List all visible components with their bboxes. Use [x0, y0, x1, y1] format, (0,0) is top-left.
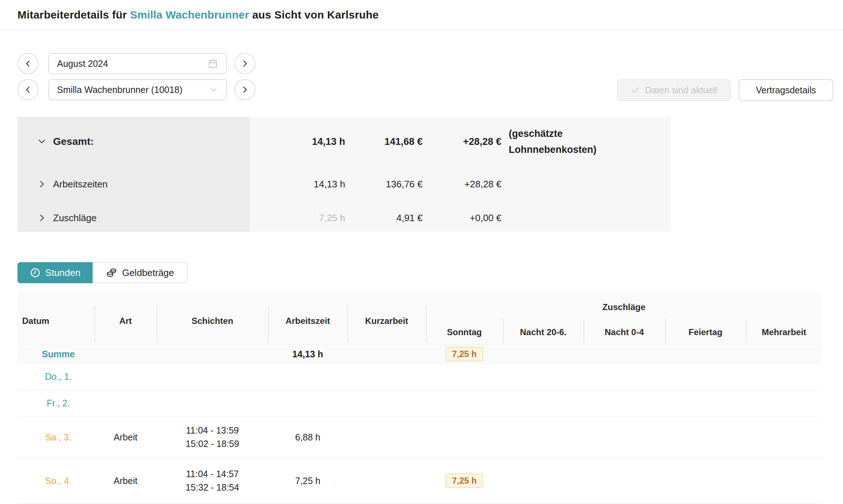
view-tabs: Stunden Geldbeträge	[17, 262, 188, 283]
gesamt-hours: 14,13 h	[250, 131, 345, 152]
chevron-down-icon	[37, 137, 47, 146]
column-divider	[584, 319, 584, 342]
column-divider	[665, 319, 666, 342]
column-header-schichten: Schichten	[157, 298, 268, 344]
column-divider	[268, 306, 269, 342]
tab-stunden[interactable]: Stunden	[17, 262, 93, 283]
chevron-right-icon	[241, 59, 249, 68]
arbeitszeiten-amount: 136,76 €	[345, 174, 423, 194]
page-header: Mitarbeiterdetails für Smilla Wachenbrun…	[0, 0, 843, 31]
table-header: Zuschläge Datum Art Schichten Arbeitszei…	[17, 290, 822, 345]
arbeitszeit-value: 6,88 h	[268, 416, 347, 458]
shift-time-1: 11:04 - 13:59	[186, 424, 239, 437]
summe-link[interactable]: Summe	[42, 349, 74, 359]
column-divider	[94, 306, 95, 342]
calendar-icon	[207, 58, 218, 69]
title-prefix: Mitarbeiterdetails für	[17, 9, 130, 21]
column-divider	[347, 306, 348, 342]
art-value: Arbeit	[94, 458, 157, 503]
column-header-datum: Datum	[17, 298, 94, 344]
column-header-nacht-0-4: Nacht 0-4	[584, 322, 665, 343]
nonwage-cost-note: (geschätzte Lohnnebenkosten)	[509, 126, 618, 158]
shift-time-2: 15:02 - 18:59	[186, 437, 239, 451]
gesamt-toggle[interactable]: Gesamt:	[37, 131, 94, 152]
column-divider	[426, 306, 427, 342]
column-header-mehrarbeit: Mehrarbeit	[746, 322, 822, 343]
employee-select[interactable]: Smilla Wachenbrunner (10018)	[48, 79, 227, 100]
zuschlaege-nonwage: +0,00 €	[423, 208, 501, 228]
gesamt-label: Gesamt:	[53, 136, 94, 147]
tab-geldbetraege-label: Geldbeträge	[122, 267, 174, 279]
table-row-fr-2: Fr., 2.	[17, 390, 822, 416]
shift-time-2: 15:32 - 18:54	[186, 481, 239, 494]
next-employee-button[interactable]	[234, 79, 255, 100]
data-status-label: Daten sind aktuell	[645, 85, 717, 95]
tab-stunden-label: Stunden	[45, 267, 81, 279]
table-row-do-1: Do., 1.	[17, 363, 822, 390]
column-divider	[503, 319, 504, 342]
summary-panel: Gesamt: 14,13 h 141,68 € +28,28 € (gesch…	[17, 117, 671, 232]
tab-geldbetraege[interactable]: Geldbeträge	[93, 262, 188, 283]
zuschlaege-label: Zuschläge	[53, 212, 97, 224]
summary-row-arbeitszeiten: Arbeitszeiten 14,13 h 136,76 € +28,28 €	[17, 174, 671, 194]
chevron-right-icon	[37, 213, 47, 223]
previous-employee-button[interactable]	[17, 79, 39, 100]
chevron-right-icon	[37, 179, 47, 189]
date-link[interactable]: Do., 1.	[45, 371, 72, 382]
data-status-button[interactable]: Daten sind aktuell	[617, 79, 731, 101]
previous-month-button[interactable]	[17, 53, 39, 74]
column-header-art: Art	[94, 298, 157, 344]
date-link[interactable]: Sa., 3.	[45, 432, 71, 443]
shift-time-1: 11:04 - 14:57	[186, 467, 239, 481]
column-header-feiertag: Feiertag	[665, 322, 746, 343]
shift-times: 11:04 - 13:59 15:02 - 18:59	[186, 424, 239, 451]
table-row-summe: Summe 14,13 h 7,25 h	[17, 345, 822, 363]
column-divider	[157, 306, 157, 342]
timesheet-table: Zuschläge Datum Art Schichten Arbeitszei…	[17, 290, 822, 504]
employee-select-value: Smilla Wachenbrunner (10018)	[57, 85, 182, 95]
zuschlaege-toggle[interactable]: Zuschläge	[37, 208, 97, 228]
next-month-button[interactable]	[234, 53, 255, 74]
chevron-down-icon	[209, 85, 218, 94]
column-header-kurzarbeit: Kurzarbeit	[347, 298, 426, 344]
month-input[interactable]: August 2024	[48, 53, 227, 74]
sonntag-zuschlag-badge: 7,25 h	[445, 347, 483, 361]
gesamt-nonwage: +28,28 €	[423, 131, 501, 152]
column-header-sonntag: Sonntag	[426, 322, 503, 343]
arbeitszeit-value: 7,25 h	[268, 458, 347, 503]
title-suffix: aus Sicht von Karlsruhe	[249, 9, 379, 21]
summe-arbeitszeit: 14,13 h	[268, 345, 347, 363]
shift-times: 11:04 - 14:57 15:32 - 18:54	[186, 467, 239, 494]
mitarbeiterdetails-page: { "header": { "title_prefix": "Mitarbeit…	[0, 0, 843, 504]
chevron-left-icon	[24, 85, 32, 94]
column-header-arbeitszeit: Arbeitszeit	[268, 298, 347, 344]
art-value: Arbeit	[94, 416, 157, 458]
arbeitszeiten-hours: 14,13 h	[250, 174, 345, 194]
employee-name-link[interactable]: Smilla Wachenbrunner	[130, 9, 249, 21]
zuschlaege-hours: 7,25 h	[250, 208, 345, 228]
table-row-sa-3: Sa., 3. Arbeit 11:04 - 13:59 15:02 - 18:…	[17, 416, 822, 458]
column-header-nacht-20-6: Nacht 20-6.	[503, 322, 584, 343]
arbeitszeiten-toggle[interactable]: Arbeitszeiten	[37, 174, 108, 194]
arbeitszeiten-label: Arbeitszeiten	[53, 179, 108, 190]
date-link[interactable]: Fr., 2.	[47, 398, 70, 409]
arbeitszeiten-nonwage: +28,28 €	[423, 174, 501, 194]
coins-icon	[106, 267, 117, 279]
summary-row-zuschlaege: Zuschläge 7,25 h 4,91 € +0,00 €	[17, 208, 671, 228]
check-icon	[630, 85, 640, 95]
clock-icon	[30, 267, 41, 278]
contract-details-label: Vertragsdetails	[756, 85, 816, 95]
page-title: Mitarbeiterdetails für Smilla Wachenbrun…	[17, 9, 379, 21]
chevron-right-icon	[241, 85, 249, 94]
column-group-zuschlaege: Zuschläge	[426, 298, 822, 317]
chevron-left-icon	[24, 59, 32, 68]
contract-details-button[interactable]: Vertragsdetails	[739, 79, 833, 101]
zuschlaege-amount: 4,91 €	[345, 208, 423, 228]
date-link[interactable]: So., 4.	[45, 476, 71, 486]
column-divider	[746, 319, 747, 342]
gesamt-amount: 141,68 €	[345, 131, 423, 152]
sonntag-zuschlag-badge: 7,25 h	[445, 473, 483, 488]
table-row-so-4: So., 4. Arbeit 11:04 - 14:57 15:32 - 18:…	[17, 458, 822, 504]
month-value: August 2024	[57, 58, 108, 69]
